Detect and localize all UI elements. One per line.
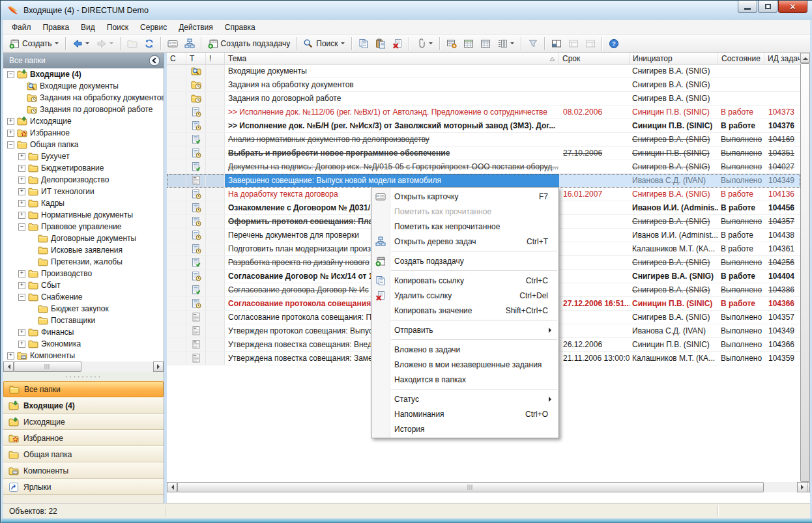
tree-item-17[interactable]: +Производство (3, 268, 164, 279)
tree-item-4[interactable]: +Исходящие (3, 115, 164, 127)
context-menu-item-0[interactable]: Открыть карточку F7 (371, 189, 558, 204)
context-menu-item-2[interactable]: Пометить как непрочитанное (371, 219, 558, 234)
context-menu-item-14[interactable]: Вложено в мои незавершенные задания (371, 357, 558, 372)
tree-toggle-plus-icon[interactable]: + (18, 177, 25, 184)
menu-0[interactable]: Файл (6, 21, 37, 34)
toolbar-button-forward[interactable] (94, 36, 117, 51)
tree-item-0[interactable]: –Входящие (4) (3, 68, 164, 80)
tree-item-1[interactable]: Входящие документы (3, 80, 164, 92)
tree-item-12[interactable]: +Нормативные документы (3, 209, 164, 221)
column-header-3[interactable]: Тема (225, 53, 559, 64)
toolbar-button-layout-a[interactable] (549, 36, 564, 51)
tree-item-18[interactable]: +Сбыт (3, 279, 164, 291)
tree-item-8[interactable]: +Бюджетирование (3, 162, 164, 174)
table-row-3[interactable]: >> Исполнение док. №112/06 (рег. №Вх/1) … (167, 106, 800, 119)
toolbar-button-back[interactable] (70, 36, 93, 51)
maximize-button[interactable] (758, 1, 777, 13)
close-button[interactable]: ✕ (778, 1, 807, 13)
tree-item-5[interactable]: +Избранное (3, 127, 164, 139)
toolbar-button-paste[interactable] (373, 36, 388, 51)
tree-item-7[interactable]: +Бухучет (3, 150, 164, 162)
tree-horizontal-scrollbar[interactable] (3, 361, 164, 372)
tree-toggle-plus-icon[interactable]: + (18, 188, 25, 195)
tree-toggle-minus-icon[interactable]: – (18, 223, 25, 231)
shortcut-1[interactable]: Входящие (4) (3, 397, 164, 414)
shortcut-2[interactable]: Исходящие (3, 414, 164, 430)
table-row-6[interactable]: Выбрать и приобрести новое программное о… (167, 147, 800, 160)
toolbar-button-help[interactable]: ? (606, 36, 622, 51)
column-header-4[interactable]: Срок (559, 53, 630, 64)
tree-item-9[interactable]: +Делопроизводство (3, 174, 164, 186)
collapse-panel-button[interactable] (149, 55, 160, 66)
tree-item-14[interactable]: Договорные документы (3, 233, 164, 244)
scroll-right-button[interactable] (153, 361, 164, 372)
shortcut-5[interactable]: Компоненты (3, 462, 164, 479)
toolbar-button-layout-b[interactable] (566, 36, 581, 51)
toolbar-button-funnel[interactable] (525, 36, 541, 51)
tree-toggle-plus-icon[interactable]: + (18, 341, 25, 348)
toolbar-button-tree[interactable] (182, 36, 197, 51)
scroll-left-button[interactable] (3, 361, 14, 372)
tree-item-16[interactable]: Претензии, жалобы (3, 256, 164, 268)
shortcut-0[interactable]: Все папки (3, 381, 164, 397)
toolbar-button-refresh[interactable] (141, 36, 157, 51)
tree-item-10[interactable]: +ИТ технологии (3, 186, 164, 197)
toolbar-button-subtask[interactable]: Создать подзадачу (205, 36, 293, 51)
tree-item-15[interactable]: Исковые заявления (3, 244, 164, 256)
tree-item-23[interactable]: +Экономика (3, 338, 164, 350)
menu-3[interactable]: Поиск (101, 21, 134, 34)
tree-toggle-plus-icon[interactable]: + (18, 329, 25, 336)
column-header-5[interactable]: Инициатор (630, 53, 718, 64)
toolbar-button-open[interactable] (124, 36, 140, 51)
tree-toggle-minus-icon[interactable]: – (7, 141, 14, 148)
tree-toggle-plus-icon[interactable]: + (7, 352, 14, 360)
scroll-thumb[interactable] (14, 361, 81, 372)
context-menu-item-19[interactable]: История (371, 421, 558, 436)
scroll-thumb[interactable] (800, 63, 810, 482)
toolbar-button-create[interactable]: Создать (7, 36, 62, 51)
toolbar-button-list-cols[interactable] (495, 36, 517, 51)
tree-item-22[interactable]: +Финансы (3, 326, 164, 338)
table-row-5[interactable]: Анализ нормативных документов по делопро… (167, 133, 800, 147)
context-menu-item-3[interactable]: Открыть дерево задач Ctrl+T (371, 234, 558, 249)
toolbar-button-copy[interactable] (356, 36, 371, 51)
column-header-1[interactable]: Т (186, 53, 206, 64)
shortcut-4[interactable]: Общая папка (3, 446, 164, 462)
menu-2[interactable]: Вид (75, 21, 101, 34)
column-header-2[interactable]: ! (206, 53, 225, 64)
toolbar-button-layout-c[interactable] (583, 36, 598, 51)
table-horizontal-scrollbar[interactable] (167, 482, 807, 492)
tree-item-24[interactable]: +Компоненты (3, 350, 164, 361)
table-row-8[interactable]: Завершено совещание: Выпуск новой модели… (167, 174, 800, 188)
tree-toggle-plus-icon[interactable]: + (18, 153, 25, 160)
table-vertical-scrollbar[interactable] (800, 53, 810, 492)
table-row-0[interactable]: Входящие документы Снигирев В.А. (SNIG) (167, 64, 800, 78)
column-header-7[interactable]: ИД задачи (764, 53, 800, 64)
scroll-left-button[interactable] (167, 482, 177, 492)
table-row-1[interactable]: Задания на обработку документов Снигирев… (167, 78, 800, 92)
menu-5[interactable]: Действия (173, 21, 219, 34)
tree-item-21[interactable]: Поставщики (3, 315, 164, 326)
context-menu-item-13[interactable]: Вложено в задачи (371, 342, 558, 357)
tree-toggle-minus-icon[interactable]: – (7, 71, 14, 78)
menu-6[interactable]: Справка (219, 21, 261, 34)
table-row-4[interactable]: >> Исполнение док. №Б/Н (рег. №Исх/3) от… (167, 119, 800, 133)
toolbar-button-clip[interactable] (413, 36, 436, 51)
column-header-6[interactable]: Состояние (718, 53, 764, 64)
tree-toggle-plus-icon[interactable]: + (18, 212, 25, 219)
tree-item-19[interactable]: –Снабжение (3, 291, 164, 303)
context-menu-item-5[interactable]: Создать подзадачу (371, 253, 558, 268)
shortcut-6[interactable]: Ярлыки (3, 479, 164, 495)
table-row-2[interactable]: Задания по договорной работе Снигирев В.… (167, 92, 800, 106)
toolbar-button-delete[interactable] (390, 36, 405, 51)
table-row-7[interactable]: Документы на подпись: Договор исх. №Д/01… (167, 160, 800, 174)
tree-item-11[interactable]: +Кадры (3, 197, 164, 209)
scroll-right-button[interactable] (797, 482, 807, 492)
column-header-0[interactable]: С (167, 53, 186, 64)
panel-splitter[interactable]: ········· (3, 372, 164, 381)
tree-item-6[interactable]: –Общая папка (3, 139, 164, 150)
scroll-up-button[interactable] (800, 53, 810, 63)
tree-item-3[interactable]: Задания по договорной работе (3, 104, 164, 115)
tree-toggle-plus-icon[interactable]: + (18, 270, 25, 277)
shortcut-3[interactable]: Избранное (3, 430, 164, 446)
